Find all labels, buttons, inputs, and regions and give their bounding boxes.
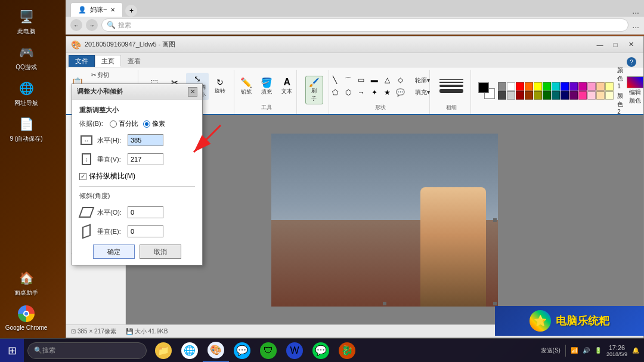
maintain-ratio-checkbox[interactable]: ✓ <box>79 173 86 180</box>
skew-section-title: 倾斜(角度) <box>79 191 195 200</box>
skew-v-icon <box>79 224 94 239</box>
dialog-title-text: 调整大小和倾斜 <box>77 87 123 96</box>
vertical-row: ↕ 垂直(V): <box>79 152 195 166</box>
maintain-ratio-label: 保持纵横比(M) <box>89 171 135 181</box>
radio-pixel-circle <box>143 120 150 128</box>
resize-section-title: 重新调整大小 <box>79 106 195 115</box>
vertical-label: 垂直(V): <box>97 155 124 164</box>
vertical-resize-icon: ↕ <box>79 152 94 166</box>
dialog-ok-button[interactable]: 确定 <box>93 245 135 259</box>
skew-h-input[interactable] <box>128 206 163 218</box>
horizontal-resize-icon: ↔ <box>79 133 94 147</box>
dialog-cancel-button[interactable]: 取消 <box>140 245 181 259</box>
horizontal-label: 水平(H): <box>97 136 124 145</box>
radio-percent-circle <box>110 120 117 128</box>
radio-percent[interactable]: 百分比 <box>110 119 138 128</box>
resize-dialog: 调整大小和倾斜 ✕ 重新调整大小 依据(B): 百分比 <box>72 83 203 265</box>
radio-pixel-dot <box>145 122 148 126</box>
checkmark-icon: ✓ <box>80 173 85 180</box>
radio-pixel-label: 像素 <box>152 119 165 128</box>
dialog-divider <box>79 186 195 187</box>
horizontal-row: ↔ 水平(H): <box>79 133 195 147</box>
radio-percent-label: 百分比 <box>119 119 138 128</box>
vertical-input[interactable] <box>128 153 163 165</box>
dialog-buttons: 确定 取消 <box>79 245 195 259</box>
dialog-overlay: 调整大小和倾斜 ✕ 重新调整大小 依据(B): 百分比 <box>0 0 644 362</box>
horizontal-input[interactable] <box>128 134 163 146</box>
skew-v-row: 垂直(E): <box>79 224 195 239</box>
skew-h-icon <box>79 205 94 219</box>
dialog-close-button[interactable]: ✕ <box>188 87 197 97</box>
dialog-body: 重新调整大小 依据(B): 百分比 像素 <box>72 100 202 265</box>
dialog-title-bar: 调整大小和倾斜 ✕ <box>72 84 202 100</box>
skew-v-label: 垂直(E): <box>97 227 124 236</box>
skew-h-row: 水平(O): <box>79 205 195 219</box>
skew-h-label: 水平(O): <box>97 208 124 217</box>
radio-pixel[interactable]: 像素 <box>143 119 165 128</box>
maintain-ratio-row: ✓ 保持纵横比(M) <box>79 171 195 181</box>
resize-by-row: 依据(B): 百分比 像素 <box>79 119 195 128</box>
skew-v-input[interactable] <box>128 225 163 237</box>
resize-radio-group: 百分比 像素 <box>110 119 165 128</box>
resize-by-label: 依据(B): <box>79 119 106 128</box>
